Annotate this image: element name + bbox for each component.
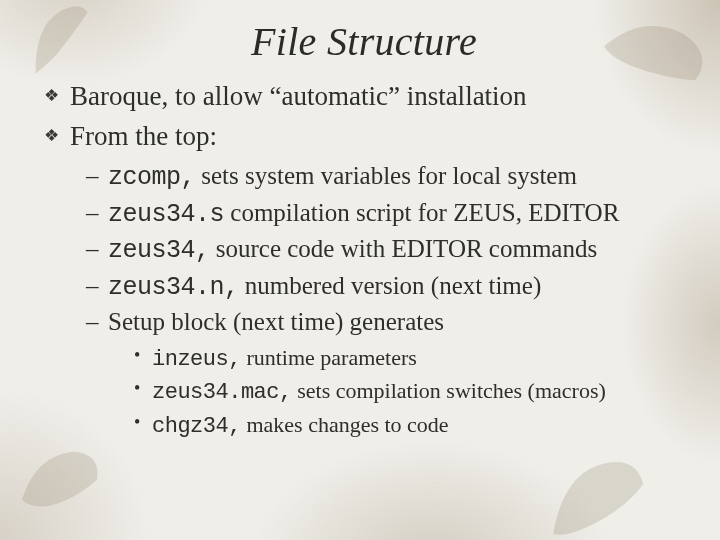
code-text: inzeus, <box>152 347 241 372</box>
code-text: zeus34.mac, <box>152 380 292 405</box>
code-text: zcomp, <box>108 163 195 192</box>
bullet-text: compilation script for ZEUS, EDITOR <box>224 199 619 226</box>
bullet-item: – zeus34.n, numbered version (next time) <box>86 270 678 305</box>
bullet-item: – zcomp, sets system variables for local… <box>86 160 678 195</box>
bullet-item: – Setup block (next time) generates • in… <box>86 306 678 442</box>
dot-bullet-icon: • <box>134 343 140 367</box>
bullet-list-level1: ❖ Baroque, to allow “automatic” installa… <box>42 79 686 442</box>
dot-bullet-icon: • <box>134 376 140 400</box>
bullet-text: runtime parameters <box>241 345 417 370</box>
slide-title: File Structure <box>42 18 686 65</box>
code-text: chgz34, <box>152 414 241 439</box>
code-text: zeus34, <box>108 236 210 265</box>
bullet-item: ❖ Baroque, to allow “automatic” installa… <box>44 79 678 115</box>
bullet-text: makes changes to code <box>241 412 449 437</box>
dash-bullet-icon: – <box>86 197 99 230</box>
bullet-item: • zeus34.mac, sets compilation switches … <box>134 376 678 408</box>
bullet-item: • inzeus, runtime parameters <box>134 343 678 375</box>
dash-bullet-icon: – <box>86 233 99 266</box>
bullet-list-level3: • inzeus, runtime parameters • zeus34.ma… <box>108 343 678 442</box>
bullet-text: Setup block (next time) generates <box>108 308 444 335</box>
dot-bullet-icon: • <box>134 410 140 434</box>
diamond-bullet-icon: ❖ <box>44 125 59 147</box>
dash-bullet-icon: – <box>86 306 99 339</box>
code-text: zeus34.n, <box>108 273 239 302</box>
bullet-text: numbered version (next time) <box>239 272 542 299</box>
diamond-bullet-icon: ❖ <box>44 85 59 107</box>
bullet-item: – zeus34.s compilation script for ZEUS, … <box>86 197 678 232</box>
bullet-text: Baroque, to allow “automatic” installati… <box>70 81 527 111</box>
bullet-list-level2: – zcomp, sets system variables for local… <box>70 160 678 442</box>
bullet-text: source code with EDITOR commands <box>210 235 598 262</box>
bullet-item: ❖ From the top: – zcomp, sets system var… <box>44 119 678 442</box>
bullet-text: sets system variables for local system <box>195 162 577 189</box>
code-text: zeus34.s <box>108 200 224 229</box>
bullet-item: – zeus34, source code with EDITOR comman… <box>86 233 678 268</box>
slide: File Structure ❖ Baroque, to allow “auto… <box>0 0 720 540</box>
bullet-item: • chgz34, makes changes to code <box>134 410 678 442</box>
bullet-text: From the top: <box>70 121 217 151</box>
dash-bullet-icon: – <box>86 160 99 193</box>
dash-bullet-icon: – <box>86 270 99 303</box>
bullet-text: sets compilation switches (macros) <box>292 378 606 403</box>
